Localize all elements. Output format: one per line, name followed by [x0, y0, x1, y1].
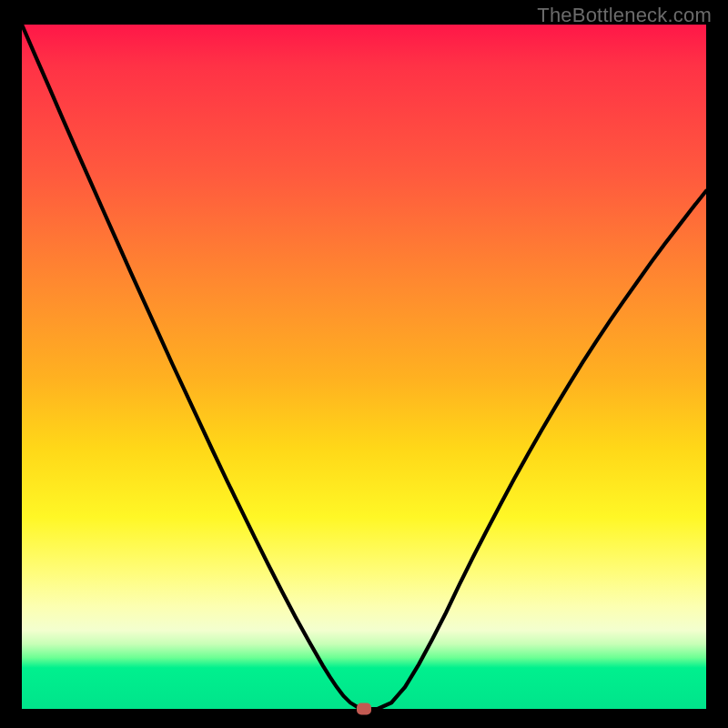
chart-frame: TheBottleneck.com: [0, 0, 728, 728]
plot-area: [22, 25, 706, 709]
bottleneck-curve: [22, 25, 706, 709]
optimum-marker: [357, 703, 371, 715]
